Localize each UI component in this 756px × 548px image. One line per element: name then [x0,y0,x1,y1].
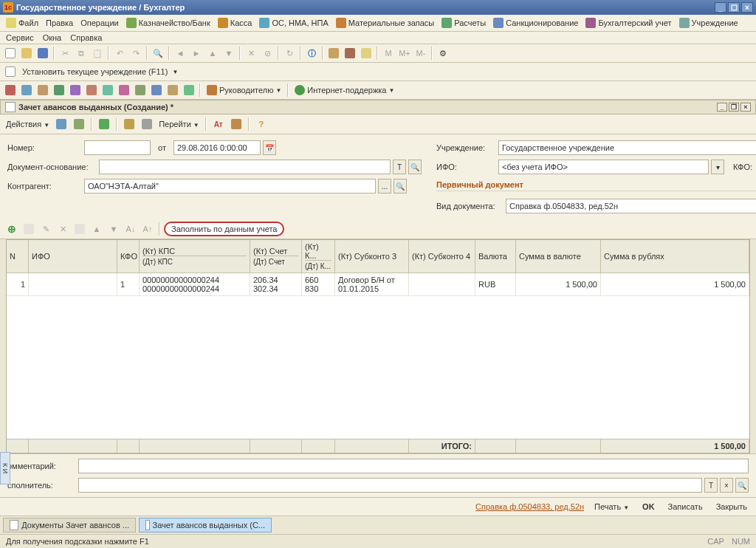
help-icon[interactable]: ⓘ [304,46,319,61]
date-picker-button[interactable]: 📅 [263,140,276,155]
executor-type-button[interactable]: T [704,478,718,493]
set-institution-button[interactable]: Установить текущее учреждение (F11) [19,66,171,78]
menu-accounting[interactable]: Бухгалтерский учет [583,16,674,30]
menu-help[interactable]: Справка [70,33,102,42]
col-n[interactable]: N [7,240,29,273]
menu-cash[interactable]: Касса [215,16,255,30]
tool-7-icon[interactable] [100,83,115,97]
table-row[interactable]: 1 1 00000000000000244 00000000000000244 … [7,273,749,296]
counterparty-input[interactable]: ОАО"НЭТА-Алтай" [84,179,376,193]
dropdown-arrow-icon[interactable]: ▼ [172,69,178,75]
doc-type-link[interactable]: Справка ф.0504833, ред.52н [475,502,584,511]
tool-11-icon[interactable] [165,83,180,97]
maximize-button[interactable]: ☐ [728,2,740,13]
doc-tool-3-icon[interactable] [97,117,111,131]
kfo-label: КФО: [733,162,756,171]
close-button[interactable]: × [741,2,753,13]
basis-search-button[interactable]: 🔍 [408,160,422,174]
find-icon[interactable]: 🔍 [151,46,165,61]
save-button[interactable]: Записать [665,501,706,513]
tool-1-icon[interactable] [3,83,18,97]
menu-institution[interactable]: Учреждение [676,16,741,30]
doc-type-input[interactable]: Справка ф.0504833, ред.52н [506,199,756,213]
menu-operations[interactable]: Операции [78,17,121,29]
menu-calc[interactable]: Расчеты [439,16,489,30]
tool-6-icon[interactable] [84,83,99,97]
tool-12-icon[interactable] [182,83,196,97]
executor-search-button[interactable]: 🔍 [735,478,749,493]
fill-from-data-button[interactable]: Заполнить по данным учета [164,222,284,236]
doc-tool-5-icon[interactable] [140,117,154,131]
counterparty-select-button[interactable]: ... [378,179,391,193]
open-icon[interactable] [19,46,34,61]
doc-tool-1-icon[interactable] [54,117,69,131]
save-icon[interactable] [35,46,50,61]
ifo-input[interactable]: <без учета ИФО> [498,160,709,174]
doc-tool-4-icon[interactable] [122,117,137,131]
tool-3-icon[interactable] [35,83,50,97]
executor-clear-button[interactable]: × [720,478,733,493]
goto-dropdown[interactable]: Перейти ▼ [157,120,201,129]
number-input[interactable] [84,140,151,155]
ok-button[interactable]: OK [639,501,658,513]
col-ifo[interactable]: ИФО [29,240,117,273]
grid-body[interactable]: 1 1 00000000000000244 00000000000000244 … [7,273,749,439]
col-sum-currency[interactable]: Сумма в валюте [516,240,601,273]
close-doc-button[interactable]: Закрыть [713,501,750,513]
date-input[interactable]: 29.08.2016 0:00:00 [173,140,261,155]
doc-restore-button[interactable]: ❐ [729,103,739,112]
tool-4-icon[interactable] [52,83,66,97]
manager-dropdown[interactable]: Руководителю ▼ [204,83,284,97]
side-panel-tab[interactable]: К И [0,452,10,484]
tool-8-icon[interactable] [117,83,131,97]
basis-input[interactable] [99,160,391,174]
doc-tool-6-icon[interactable]: Ат [211,117,226,131]
new-icon[interactable] [3,46,18,61]
col-sub4[interactable]: (Кт) Субконто 4 [409,240,475,273]
menu-inventory[interactable]: Материальные запасы [333,16,438,30]
col-k[interactable]: (Кт) К... (Дт) К... [302,240,335,273]
col-kps[interactable]: (Кт) КПС (Дт) КПС [140,240,250,273]
add-row-icon[interactable]: ⊕ [4,222,19,236]
doc-close-button[interactable]: × [740,103,751,112]
print-button[interactable]: Печать ▼ [591,501,632,513]
col-account[interactable]: (Кт) Счет (Дт) Счет [250,240,302,273]
menu-service[interactable]: Сервис [6,33,34,42]
doc-tool-7-icon[interactable] [229,117,244,131]
tool-5-icon[interactable] [68,83,83,97]
menu-file[interactable]: Файл [3,16,41,30]
calc-icon[interactable] [326,46,341,61]
tool-10-icon[interactable] [149,83,164,97]
menu-edit[interactable]: Правка [43,17,76,29]
grid-icon[interactable] [359,46,374,61]
col-kfo[interactable]: КФО [117,240,140,273]
menu-treasury[interactable]: Казначейство/Банк [123,16,213,30]
doc-help-icon[interactable]: ? [254,117,269,131]
ifo-dropdown-button[interactable]: ▾ [711,160,724,174]
minimize-button[interactable]: _ [715,2,726,13]
basis-type-button[interactable]: T [393,160,406,174]
menu-sanction[interactable]: Санкционирование [490,16,581,30]
support-dropdown[interactable]: Интернет-поддержка ▼ [292,83,397,97]
institution-input[interactable]: Государственное учреждение [498,140,756,155]
col-sub3[interactable]: (Кт) Субконто 3 [335,240,409,273]
settings-icon[interactable]: ⚙ [436,46,450,61]
executor-input[interactable] [78,478,702,493]
doc-minimize-button[interactable]: _ [717,103,727,112]
tool-2-icon[interactable] [19,83,34,97]
menu-windows[interactable]: Окна [43,33,62,42]
col-currency[interactable]: Валюта [475,240,516,273]
counterparty-search-button[interactable]: 🔍 [394,179,407,193]
calendar-icon[interactable] [343,46,357,61]
title-text: Государственное учреждение / Бухгалтер [16,3,185,12]
doc-icon[interactable] [3,64,18,79]
actions-dropdown[interactable]: Действия ▼ [4,120,51,129]
primary-doc-header: Первичный документ [436,179,756,191]
col-sum-rub[interactable]: Сумма в рублях [601,240,749,273]
task-tab-1[interactable]: Документы Зачет авансов ... [3,518,136,532]
tool-9-icon[interactable] [133,83,148,97]
menu-assets[interactable]: ОС, НМА, НПА [256,16,331,30]
task-tab-2[interactable]: Зачет авансов выданных (С... [139,518,272,532]
comment-input[interactable] [78,459,749,473]
doc-tool-2-icon[interactable] [72,117,86,131]
